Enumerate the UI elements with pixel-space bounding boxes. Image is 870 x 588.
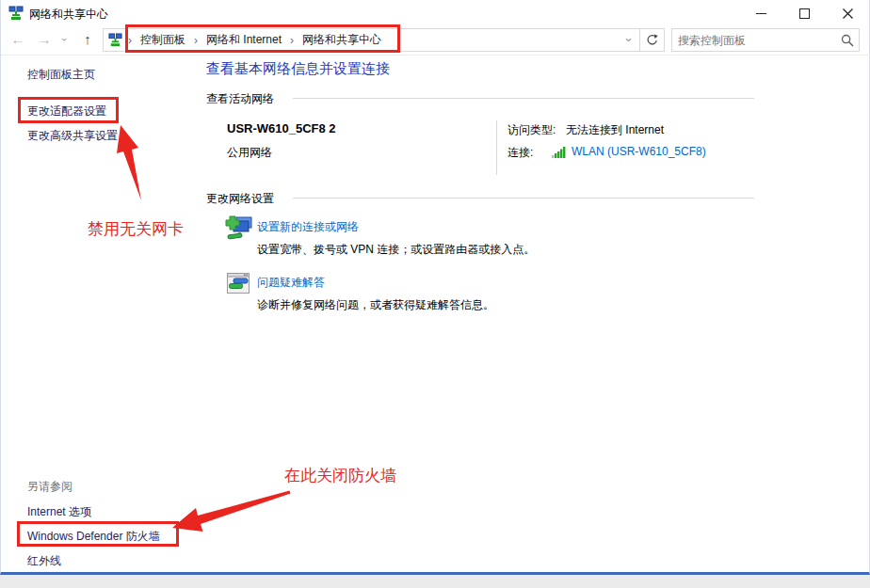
- caption-buttons: [739, 0, 869, 26]
- connection-label: 连接:: [508, 145, 533, 161]
- network-divider: [496, 120, 497, 175]
- troubleshoot-icon: [227, 273, 250, 297]
- annotation-close-firewall: 在此关闭防火墙: [284, 465, 396, 486]
- network-app-icon: [8, 6, 24, 24]
- section-rule: [293, 198, 754, 199]
- up-icon: ↑: [84, 31, 91, 47]
- sidebar-item-windows-defender-firewall[interactable]: Windows Defender 防火墙: [27, 529, 160, 545]
- access-type-value: 无法连接到 Internet: [566, 122, 664, 138]
- access-type-label: 访问类型:: [508, 122, 556, 138]
- task-setup-new-connection-link[interactable]: 设置新的连接或网络: [257, 219, 359, 235]
- address-network-icon: [108, 33, 122, 47]
- task-setup-new-connection-desc: 设置宽带、拨号或 VPN 连接；或设置路由器或接入点。: [257, 242, 535, 258]
- minimize-button[interactable]: [739, 0, 782, 26]
- search-icon[interactable]: [836, 34, 859, 47]
- back-icon: ←: [11, 31, 25, 47]
- maximize-icon: [799, 8, 810, 19]
- forward-button[interactable]: →: [33, 28, 56, 51]
- active-networks-label: 查看活动网络: [206, 91, 274, 107]
- titlebar: 网络和共享中心: [1, 0, 869, 26]
- annotation-disable-adapters: 禁用无关网卡: [88, 218, 184, 240]
- breadcrumb-separator-icon: ›: [122, 34, 132, 47]
- breadcrumb-item-control-panel[interactable]: 控制面板: [132, 32, 194, 48]
- up-button[interactable]: ↑: [76, 28, 99, 51]
- toolbar-divider: [1, 55, 870, 56]
- address-dropdown-button[interactable]: ›: [619, 29, 639, 51]
- close-button[interactable]: [826, 0, 869, 26]
- network-name: USR-W610_5CF8 2: [227, 121, 336, 135]
- task-troubleshoot-desc: 诊断并修复网络问题，或者获得疑难解答信息。: [257, 297, 494, 313]
- chevron-down-icon: ›: [621, 38, 636, 41]
- sidebar-item-control-panel-home[interactable]: 控制面板主页: [27, 67, 95, 83]
- minimize-icon: [756, 8, 766, 19]
- back-button[interactable]: ←: [7, 28, 29, 51]
- close-icon: [843, 8, 853, 19]
- wifi-signal-icon: [552, 146, 568, 161]
- forward-icon: →: [38, 31, 52, 47]
- chevron-down-icon: ›: [54, 38, 76, 41]
- connection-wlan-link[interactable]: WLAN (USR-W610_5CF8): [572, 145, 706, 158]
- sidebar-item-internet-options[interactable]: Internet 选项: [27, 504, 91, 520]
- breadcrumb-item-network-sharing-center[interactable]: 网络和共享中心: [294, 32, 390, 48]
- breadcrumb-item-network-internet[interactable]: 网络和 Internet: [198, 32, 290, 48]
- maximize-button[interactable]: [782, 0, 826, 26]
- change-network-settings-label: 更改网络设置: [206, 191, 274, 207]
- screen: 网络和共享中心 ← → › ↑: [0, 0, 870, 588]
- new-connection-icon: [225, 215, 253, 244]
- sidebar-item-infrared[interactable]: 红外线: [27, 553, 61, 569]
- see-also-header: 另请参阅: [27, 479, 72, 495]
- network-profile: 公用网络: [227, 145, 272, 161]
- search-box: [671, 28, 860, 52]
- page-title: 查看基本网络信息并设置连接: [206, 60, 390, 78]
- sidebar-item-change-adapter-settings[interactable]: 更改适配器设置: [27, 103, 106, 119]
- sidebar-item-advanced-sharing-settings[interactable]: 更改高级共享设置: [27, 128, 118, 144]
- address-bar[interactable]: › 控制面板 › 网络和 Internet › 网络和共享中心 ›: [103, 28, 665, 52]
- search-input[interactable]: [672, 34, 836, 47]
- task-troubleshoot-link[interactable]: 问题疑难解答: [257, 275, 325, 291]
- refresh-button[interactable]: [639, 29, 664, 51]
- refresh-icon: [646, 34, 658, 46]
- window-title: 网络和共享中心: [29, 7, 108, 23]
- section-rule: [293, 98, 754, 99]
- recent-pages-dropdown[interactable]: ›: [57, 28, 72, 51]
- app-window: 网络和共享中心 ← → › ↑: [0, 0, 870, 575]
